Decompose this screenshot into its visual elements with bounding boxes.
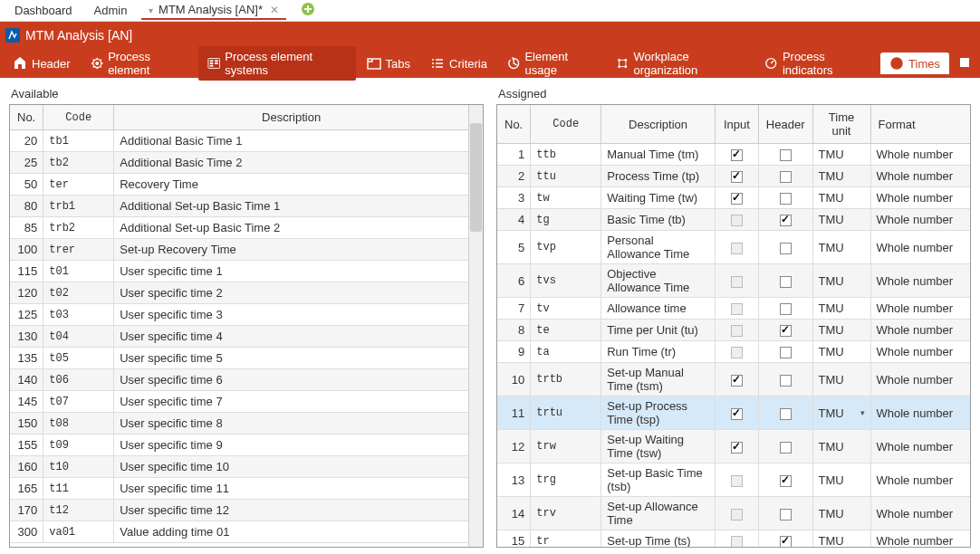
cell-header [758,298,812,320]
header-checkbox[interactable] [780,171,792,183]
table-row[interactable]: 155t09User specific time 9 [10,435,468,456]
table-row[interactable]: 125t03User specific time 3 [10,304,468,326]
header-checkbox[interactable] [780,325,792,337]
table-row[interactable]: 11trtuSet-up Process Time (tsp)TMU▾Whole… [497,396,970,430]
table-row[interactable]: 12trwSet-up Waiting Time (tsw)TMUWhole n… [497,430,970,463]
cell-no: 5 [497,231,531,264]
input-checkbox[interactable] [731,375,743,387]
cell-desc: Set-up Basic Time (tsb) [601,463,716,497]
add-tab-button[interactable] [301,2,315,20]
cell-code: trtu [531,396,601,430]
table-row[interactable]: 300va01Value adding time 01 [10,521,468,543]
header-checkbox[interactable] [780,149,792,161]
table-row[interactable]: 7tvAllowance timeTMUWhole number [497,298,970,320]
table-row[interactable]: 150t08User specific time 8 [10,413,468,435]
header-checkbox[interactable] [780,276,792,288]
ribbon-process-indicators[interactable]: Process indicators [755,46,879,81]
table-row[interactable]: 120t02User specific time 2 [10,282,468,304]
ribbon-overflow-button[interactable] [953,53,976,75]
table-row[interactable]: 6tvsObjective Allowance TimeTMUWhole num… [497,264,970,298]
header-checkbox[interactable] [780,408,792,420]
col-header-code[interactable]: Code [531,105,601,144]
ribbon-process-element-systems[interactable]: Process element systems [198,46,356,81]
header-checkbox[interactable] [780,536,792,547]
input-checkbox[interactable] [731,193,743,205]
header-checkbox[interactable] [780,509,792,521]
ribbon-header[interactable]: Header [4,53,80,74]
table-row[interactable]: 165t11User specific time 11 [10,478,468,500]
table-row[interactable]: 1ttbManual Time (tm)TMUWhole number [497,144,970,166]
header-checkbox[interactable] [780,347,792,358]
table-row[interactable]: 160t10User specific time 10 [10,456,468,478]
table-row[interactable]: 85trb2Additional Set-up Basic Time 2 [10,217,468,239]
table-row[interactable]: 135t05User specific time 5 [10,348,468,369]
table-row[interactable]: 100trerSet-up Recovery Time [10,239,468,261]
app-icon [5,28,20,43]
table-row[interactable]: 20tb1Additional Basic Time 1 [10,130,468,152]
col-header-timeunit[interactable]: Time unit [812,105,870,144]
table-row[interactable]: 145t07User specific time 7 [10,391,468,413]
ribbon-times[interactable]: Times [880,53,949,74]
ribbon-process-element[interactable]: Process element [82,46,197,81]
table-row[interactable]: 9taRun Time (tr)TMUWhole number [497,341,970,363]
col-header-no[interactable]: No. [10,105,43,130]
table-row[interactable]: 80trb1Additional Set-up Basic Time 1 [10,196,468,217]
table-row[interactable]: 10trtbSet-up Manual Time (tsm)TMUWhole n… [497,363,970,396]
input-checkbox[interactable] [731,171,743,183]
tab-admin[interactable]: Admin [87,2,135,19]
cell-input [715,320,758,341]
table-row[interactable]: 170t12User specific time 12 [10,500,468,521]
cell-timeunit: TMU [812,166,870,187]
ribbon-element-usage[interactable]: Element usage [498,46,605,81]
ribbon-tabs[interactable]: Tabs [358,53,419,74]
cell-desc: Set-up Waiting Time (tsw) [601,430,716,463]
col-header-input[interactable]: Input [715,105,758,144]
table-row[interactable]: 15trSet-up Time (ts)TMUWhole number [497,530,970,548]
table-row[interactable]: 5tvpPersonal Allowance TimeTMUWhole numb… [497,231,970,264]
table-row[interactable]: 8teTime per Unit (tu)TMUWhole number [497,320,970,341]
header-checkbox[interactable] [780,303,792,315]
cell-input [715,497,758,530]
input-checkbox[interactable] [731,408,743,420]
cell-desc: User specific time 5 [114,348,468,369]
ribbon-workplace-organization[interactable]: Workplace organization [607,46,754,81]
header-checkbox[interactable] [780,215,792,226]
header-checkbox[interactable] [780,475,792,487]
cell-input [715,209,758,231]
timeunit-dropdown[interactable]: TMU▾ [819,406,865,420]
cell-code: trer [43,239,114,261]
cell-desc: Additional Basic Time 1 [114,130,468,152]
table-row[interactable]: 3twWaiting Time (tw)TMUWhole number [497,187,970,209]
table-row[interactable]: 115t01User specific time 1 [10,261,468,282]
table-row[interactable]: 4tgBasic Time (tb)TMUWhole number [497,209,970,231]
col-header-no[interactable]: No. [497,105,531,144]
header-checkbox[interactable] [780,375,792,387]
cell-input [715,530,758,548]
table-row[interactable]: 25tb2Additional Basic Time 2 [10,152,468,174]
available-scrollbar[interactable] [468,105,483,547]
ribbon-criteria[interactable]: Criteria [421,53,496,74]
tab-dashboard[interactable]: Dashboard [7,2,80,19]
header-checkbox[interactable] [780,442,792,454]
col-header-desc[interactable]: Description [114,105,468,130]
table-row[interactable]: 130t04User specific time 4 [10,326,468,348]
cell-no: 155 [10,435,43,456]
table-row[interactable]: 2ttuProcess Time (tp)TMUWhole number [497,166,970,187]
table-row[interactable]: 140t06User specific time 6 [10,369,468,391]
tab-mtm-analysis[interactable]: ▾ MTM Analysis [AN]* ✕ [141,1,285,20]
col-header-desc[interactable]: Description [601,105,716,144]
header-checkbox[interactable] [780,193,792,205]
table-row[interactable]: 50terRecovery Time [10,174,468,196]
close-tab-button[interactable]: ✕ [270,4,279,16]
input-checkbox[interactable] [731,149,743,161]
table-row[interactable]: 13trgSet-up Basic Time (tsb)TMUWhole num… [497,463,970,497]
col-header-format[interactable]: Format [870,105,970,144]
col-header-header[interactable]: Header [758,105,812,144]
input-checkbox [731,276,743,288]
input-checkbox[interactable] [731,442,743,454]
table-row[interactable]: 14trvSet-up Allowance TimeTMUWhole numbe… [497,497,970,530]
cell-format: Whole number [870,264,970,298]
col-header-code[interactable]: Code [43,105,114,130]
header-checkbox[interactable] [780,243,792,254]
cell-timeunit: TMU [812,463,870,497]
